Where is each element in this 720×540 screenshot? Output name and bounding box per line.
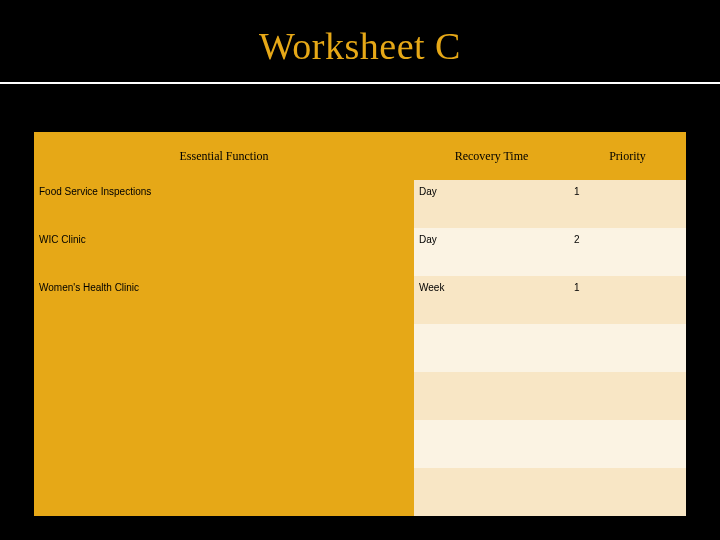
cell-function <box>34 372 414 420</box>
cell-function: WIC Clinic <box>34 228 414 276</box>
cell-priority: 1 <box>569 180 686 228</box>
table-row <box>34 324 686 372</box>
worksheet-table: Essential Function Recovery Time Priorit… <box>34 132 686 516</box>
cell-time: Week <box>414 276 569 324</box>
cell-function: Food Service Inspections <box>34 180 414 228</box>
header-essential-function: Essential Function <box>34 132 414 180</box>
table-row: Women's Health Clinic Week 1 <box>34 276 686 324</box>
header-priority: Priority <box>569 132 686 180</box>
cell-time <box>414 324 569 372</box>
cell-time <box>414 420 569 468</box>
page-title: Worksheet C <box>0 0 720 68</box>
cell-priority: 2 <box>569 228 686 276</box>
table-row: WIC Clinic Day 2 <box>34 228 686 276</box>
table-row <box>34 468 686 516</box>
table-row <box>34 420 686 468</box>
cell-priority <box>569 372 686 420</box>
cell-function <box>34 468 414 516</box>
table-row <box>34 372 686 420</box>
header-recovery-time: Recovery Time <box>414 132 569 180</box>
cell-time: Day <box>414 180 569 228</box>
cell-time <box>414 468 569 516</box>
cell-time: Day <box>414 228 569 276</box>
cell-function <box>34 420 414 468</box>
cell-function <box>34 324 414 372</box>
cell-priority <box>569 324 686 372</box>
title-divider <box>0 82 720 84</box>
worksheet-table-container: Essential Function Recovery Time Priorit… <box>34 132 686 516</box>
cell-priority <box>569 468 686 516</box>
table-row: Food Service Inspections Day 1 <box>34 180 686 228</box>
cell-time <box>414 372 569 420</box>
cell-function: Women's Health Clinic <box>34 276 414 324</box>
cell-priority <box>569 420 686 468</box>
table-header-row: Essential Function Recovery Time Priorit… <box>34 132 686 180</box>
cell-priority: 1 <box>569 276 686 324</box>
